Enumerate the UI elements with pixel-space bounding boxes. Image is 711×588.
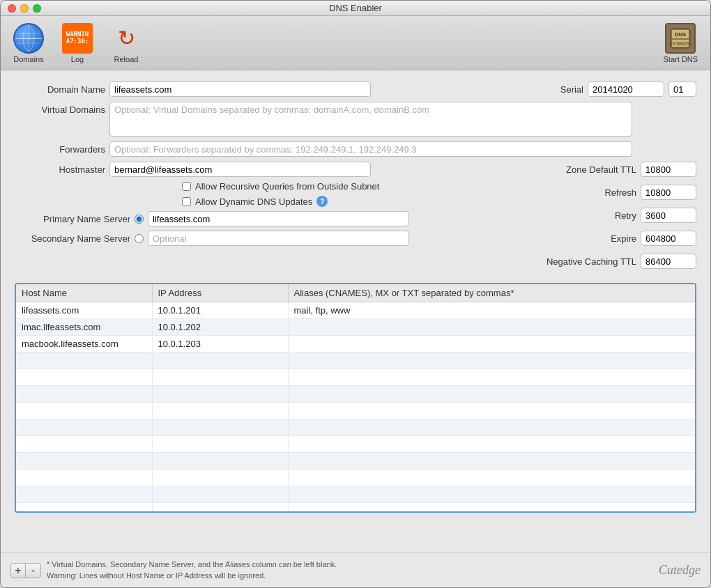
start-dns-label: Start DNS bbox=[663, 55, 698, 63]
hostmaster-label: Hostmaster bbox=[15, 164, 105, 175]
refresh-input[interactable] bbox=[641, 185, 696, 200]
cell-empty bbox=[16, 419, 152, 436]
table-row-empty[interactable] bbox=[16, 470, 695, 486]
window-controls bbox=[8, 4, 41, 13]
table-row-empty[interactable] bbox=[16, 419, 695, 436]
table-row-empty[interactable] bbox=[16, 353, 695, 369]
cell-empty bbox=[16, 353, 152, 369]
cell-empty bbox=[152, 453, 288, 470]
cell-hostname: lifeassets.com bbox=[16, 302, 152, 319]
table-row-empty[interactable] bbox=[16, 369, 695, 386]
cell-empty bbox=[152, 403, 288, 419]
refresh-label: Refresh bbox=[532, 187, 636, 198]
left-form-col: Hostmaster Allow Recursive Queries from … bbox=[15, 162, 482, 246]
reload-button[interactable]: ↻ Reload bbox=[105, 20, 147, 66]
cell-empty bbox=[16, 386, 152, 403]
cell-empty bbox=[152, 470, 288, 486]
negative-caching-row: Negative Caching TTL bbox=[487, 254, 696, 269]
allow-recursive-checkbox[interactable] bbox=[182, 182, 191, 191]
allow-recursive-row: Allow Recursive Queries from Outside Sub… bbox=[182, 181, 482, 192]
refresh-row: Refresh bbox=[487, 185, 696, 200]
globe-icon-wrap bbox=[13, 23, 44, 54]
zone-ttl-input[interactable] bbox=[641, 162, 696, 177]
primary-ns-input[interactable] bbox=[148, 211, 409, 226]
minimize-button[interactable] bbox=[20, 4, 29, 13]
table-row[interactable]: lifeassets.com10.0.1.201mail, ftp, www bbox=[16, 302, 695, 319]
cell-empty bbox=[152, 353, 288, 369]
cell-empty bbox=[288, 353, 695, 369]
cell-empty bbox=[288, 386, 695, 403]
table-row[interactable]: macbook.lifeassets.com10.0.1.203 bbox=[16, 336, 695, 353]
virtual-domains-row: Virtual Domains bbox=[15, 102, 696, 137]
reload-icon: ↻ bbox=[111, 23, 142, 54]
log-label: Log bbox=[71, 55, 84, 63]
cell-hostname: imac.lifeassets.com bbox=[16, 319, 152, 336]
serial-label: Serial bbox=[542, 84, 583, 95]
reload-label: Reload bbox=[114, 55, 139, 63]
help-button[interactable]: ? bbox=[316, 196, 328, 207]
svg-text:DOMAIN: DOMAIN bbox=[671, 41, 690, 46]
table-row-empty[interactable] bbox=[16, 486, 695, 503]
negative-caching-input[interactable] bbox=[641, 254, 696, 269]
retry-input[interactable] bbox=[641, 208, 696, 223]
cell-empty bbox=[288, 503, 695, 513]
start-dns-button[interactable]: DNS DOMAIN Start DNS bbox=[657, 20, 703, 66]
add-remove-buttons: + - bbox=[10, 563, 41, 578]
secondary-ns-row: Secondary Name Server bbox=[15, 231, 482, 246]
cell-aliases bbox=[288, 336, 695, 353]
domains-button[interactable]: Domains bbox=[8, 20, 49, 66]
cell-empty bbox=[288, 369, 695, 386]
footnote: * Virtual Domains, Secondary Name Server… bbox=[47, 559, 337, 581]
secondary-ns-label: Secondary Name Server bbox=[15, 233, 130, 244]
globe-icon bbox=[13, 23, 44, 54]
primary-ns-radio[interactable] bbox=[135, 215, 144, 224]
table-row[interactable]: imac.lifeassets.com10.0.1.202 bbox=[16, 319, 695, 336]
allow-dynamic-row: Allow Dynamic DNS Updates ? bbox=[182, 196, 482, 207]
table-row-empty[interactable] bbox=[16, 386, 695, 403]
hostmaster-row: Hostmaster bbox=[15, 162, 482, 177]
cell-aliases: mail, ftp, www bbox=[288, 302, 695, 319]
allow-dynamic-checkbox[interactable] bbox=[182, 197, 191, 206]
close-button[interactable] bbox=[8, 4, 16, 13]
maximize-button[interactable] bbox=[33, 4, 41, 13]
title-bar: DNS Enabler bbox=[1, 1, 710, 16]
reload-icon-wrap: ↻ bbox=[111, 23, 142, 54]
secondary-ns-input[interactable] bbox=[148, 231, 409, 246]
cell-empty bbox=[288, 453, 695, 470]
virtual-domains-input[interactable] bbox=[109, 102, 632, 137]
col-ip: IP Address bbox=[152, 284, 288, 302]
cell-empty bbox=[288, 419, 695, 436]
expire-input[interactable] bbox=[641, 231, 696, 246]
domain-name-label: Domain Name bbox=[15, 84, 105, 95]
brand-label: Cutedge bbox=[659, 563, 701, 578]
footnote-line1: * Virtual Domains, Secondary Name Server… bbox=[47, 559, 337, 570]
cell-ip: 10.0.1.203 bbox=[152, 336, 288, 353]
table-row-empty[interactable] bbox=[16, 453, 695, 470]
negative-caching-label: Negative Caching TTL bbox=[532, 256, 636, 267]
secondary-ns-radio[interactable] bbox=[135, 234, 144, 243]
col-aliases: Aliases (CNAMES), MX or TXT separated by… bbox=[288, 284, 695, 302]
add-row-button[interactable]: + bbox=[10, 563, 26, 578]
remove-row-button[interactable]: - bbox=[26, 563, 41, 578]
hostmaster-input[interactable] bbox=[109, 162, 371, 177]
forwarders-input[interactable] bbox=[109, 141, 632, 157]
table-row-empty[interactable] bbox=[16, 403, 695, 419]
dns-table-section: Host Name IP Address Aliases (CNAMES), M… bbox=[15, 283, 696, 513]
log-icon: WARNIN A7:36: bbox=[62, 23, 93, 54]
retry-row: Retry bbox=[487, 208, 696, 223]
serial-suffix-input[interactable] bbox=[668, 82, 696, 97]
start-dns-icon-wrap: DNS DOMAIN bbox=[665, 23, 696, 54]
log-icon-wrap: WARNIN A7:36: bbox=[62, 23, 93, 54]
log-button[interactable]: WARNIN A7:36: Log bbox=[56, 20, 98, 66]
cell-ip: 10.0.1.202 bbox=[152, 319, 288, 336]
cell-empty bbox=[288, 436, 695, 453]
domain-name-input[interactable] bbox=[109, 82, 371, 97]
cell-empty bbox=[288, 403, 695, 419]
virtual-domains-label: Virtual Domains bbox=[15, 102, 105, 115]
table-row-empty[interactable] bbox=[16, 436, 695, 453]
primary-ns-row: Primary Name Server bbox=[15, 211, 482, 226]
svg-text:DNS: DNS bbox=[675, 31, 687, 38]
window-title: DNS Enabler bbox=[329, 3, 382, 13]
serial-input[interactable] bbox=[588, 82, 664, 97]
table-row-empty[interactable] bbox=[16, 503, 695, 513]
